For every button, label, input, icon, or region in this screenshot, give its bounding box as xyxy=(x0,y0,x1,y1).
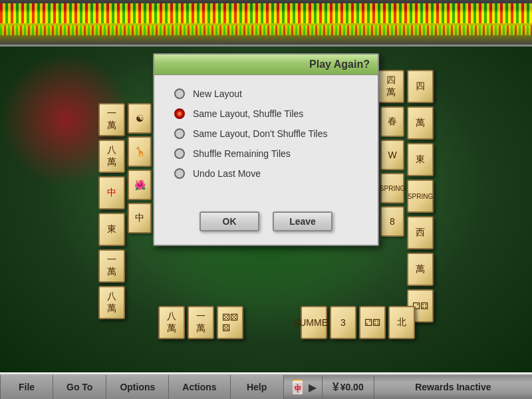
tile-left-2: 八萬 xyxy=(98,140,125,173)
tile-left-5: 一萬 xyxy=(98,249,125,283)
tile-left-inner-1: ☯ xyxy=(128,103,152,134)
play-again-dialog: Play Again? New Layout Same Layout, Shuf… xyxy=(153,53,379,246)
taskbar-file-label: File xyxy=(19,382,35,392)
tile-right-inner-3: SPRING xyxy=(380,173,404,203)
tile-right-1: 四 xyxy=(407,70,434,103)
dialog-buttons-container: OK Leave xyxy=(154,201,378,245)
option-same-shuffle-label: Same Layout, Shuffle Tiles xyxy=(193,108,303,119)
option-shuffle-remaining-label: Shuffle Remaining Tiles xyxy=(193,148,291,159)
tile-left-3: 中 xyxy=(98,176,125,209)
taskbar-help-label: Help xyxy=(247,382,267,392)
tile-right-7: 西 xyxy=(407,216,434,249)
dialog-title-text: Play Again? xyxy=(309,59,370,70)
tile-right-inner-1: 春 xyxy=(380,106,404,137)
taskbar-actions[interactable]: Actions xyxy=(169,375,230,399)
ok-button[interactable]: OK xyxy=(200,211,259,231)
taskbar-actions-label: Actions xyxy=(182,382,216,392)
taskbar-goto-label: Go To xyxy=(66,382,92,392)
tile-bot-3: ⚄⚄⚄ xyxy=(217,306,243,339)
dialog-title: Play Again? xyxy=(154,55,378,75)
tile-left-inner-3: 🌺 xyxy=(128,170,152,200)
tile-right-inner-4: 8 xyxy=(380,206,404,237)
option-shuffle-remaining[interactable]: Shuffle Remaining Tiles xyxy=(174,148,358,159)
option-new-layout[interactable]: New Layout xyxy=(174,88,358,99)
radio-same-no-shuffle[interactable] xyxy=(174,128,185,139)
taskbar-goto[interactable]: Go To xyxy=(53,375,106,399)
tile-left-inner-2: 🦒 xyxy=(128,136,152,167)
radio-undo-last[interactable] xyxy=(174,168,185,179)
currency-icon: ¥ xyxy=(332,380,339,394)
taskbar-options-label: Options xyxy=(120,382,155,392)
tile-bot-1: 八萬 xyxy=(158,306,185,339)
tile-right-2: 四萬 xyxy=(378,70,404,103)
tile-bot-6: ⚁⚃ xyxy=(359,306,386,339)
radio-shuffle-remaining[interactable] xyxy=(174,148,185,159)
taskbar-help[interactable]: Help xyxy=(231,375,284,399)
taskbar-options[interactable]: Options xyxy=(106,375,169,399)
top-bar xyxy=(0,0,532,47)
taskbar-game-icon: 🀄 ▶ xyxy=(284,375,323,399)
option-undo-last-label: Undo Last Move xyxy=(193,168,261,179)
tile-right-6: SPRING xyxy=(407,180,434,213)
tile-right-4: 萬 xyxy=(407,106,434,140)
taskbar-rewards-status: Rewards Inactive xyxy=(374,375,532,399)
tile-left-6: 八萬 xyxy=(98,286,125,319)
option-same-no-shuffle[interactable]: Same Layout, Don't Shuffle Tiles xyxy=(174,128,358,139)
taskbar: File Go To Options Actions Help 🀄 ▶ ¥ ¥0… xyxy=(0,374,532,399)
tile-left-1: 一萬 xyxy=(98,103,125,136)
taskbar-rewards-label: Rewards Inactive xyxy=(415,382,491,392)
radio-same-shuffle[interactable] xyxy=(174,108,185,119)
option-same-shuffle[interactable]: Same Layout, Shuffle Tiles xyxy=(174,108,358,119)
tile-left-inner-4: 中 xyxy=(128,203,152,233)
option-new-layout-label: New Layout xyxy=(193,88,242,99)
option-same-no-shuffle-label: Same Layout, Don't Shuffle Tiles xyxy=(193,128,327,139)
tile-bot-7: 北 xyxy=(388,306,415,339)
tile-right-5: 東 xyxy=(407,143,434,176)
leave-button[interactable]: Leave xyxy=(273,211,332,231)
option-undo-last[interactable]: Undo Last Move xyxy=(174,168,358,179)
tile-left-4: 東 xyxy=(98,213,125,246)
tile-right-8: 萬 xyxy=(407,253,434,286)
taskbar-file[interactable]: File xyxy=(0,375,53,399)
taskbar-score-display: ¥ ¥0.00 xyxy=(323,375,374,399)
tile-bot-4: SUMMER xyxy=(301,306,327,339)
radio-new-layout[interactable] xyxy=(174,88,185,99)
taskbar-score-value: ¥0.00 xyxy=(340,382,364,392)
dialog-options-container: New Layout Same Layout, Shuffle Tiles Sa… xyxy=(154,75,378,201)
dragon-icon: 🀄 xyxy=(289,379,306,395)
tile-bot-5: 3 xyxy=(330,306,356,339)
arrow-icon: ▶ xyxy=(309,381,317,394)
top-bar-pattern-2 xyxy=(0,25,532,35)
tile-right-inner-2: W xyxy=(380,140,404,170)
tile-bot-2: 一萬 xyxy=(188,306,214,339)
top-bar-pattern-1 xyxy=(0,3,532,23)
